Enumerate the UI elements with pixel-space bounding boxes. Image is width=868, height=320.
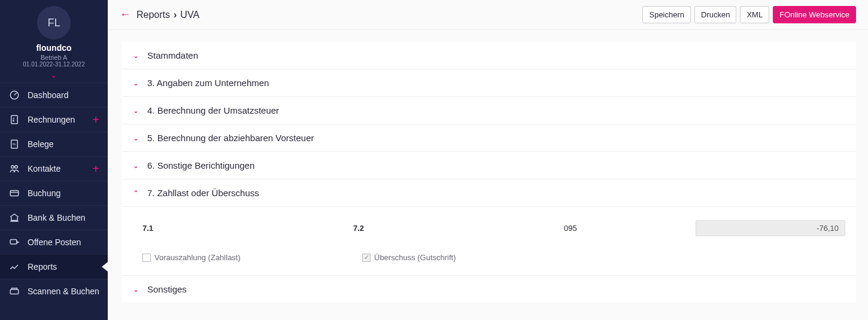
company-sub: Betrieb A	[0, 54, 108, 61]
field-value-wrap: -76,10	[696, 220, 845, 236]
profile-block: FL floundco Betrieb A 01.01.2022-31.12.2…	[0, 0, 108, 83]
chevron-down-icon[interactable]: ⌄	[50, 70, 57, 80]
open-items-icon	[8, 236, 20, 248]
sidebar-item-label: Dashboard	[28, 90, 69, 100]
svg-text:€: €	[13, 119, 15, 123]
breadcrumb-current: UVA	[180, 10, 199, 20]
svg-text:%: %	[13, 142, 16, 146]
section-title: Stammdaten	[147, 50, 198, 60]
svg-rect-9	[10, 289, 19, 294]
section-berichtigungen[interactable]: ⌄ 6. Sonstige Berichtigungen	[122, 152, 856, 179]
body-row-checks: Vorauszahlung (Zahllast) Überschuss (Gut…	[142, 253, 845, 262]
svg-rect-8	[10, 240, 17, 245]
chevron-down-icon: ⌄	[133, 161, 141, 170]
sidebar-item-belege[interactable]: % Belege	[0, 132, 108, 156]
chevron-right-icon: ›	[174, 10, 177, 20]
chevron-down-icon: ⌄	[133, 51, 141, 60]
sidebar-item-label: Buchung	[28, 188, 60, 198]
sidebar-item-label: Rechnungen	[28, 115, 75, 124]
section-zahllast-body: 7.1 7.2 095 -76,10 Vorauszahlung (Zahlla…	[122, 207, 856, 276]
back-arrow-icon[interactable]: ←	[120, 8, 130, 21]
section-title: 3. Angaben zum Unternehmen	[147, 78, 269, 88]
save-button[interactable]: Speichern	[642, 6, 691, 23]
section-title: 4. Berechnung der Umsatzsteuer	[147, 105, 279, 115]
field-code: 095	[564, 224, 672, 233]
section-sonstiges[interactable]: ⌄ Sonstiges	[122, 276, 856, 303]
nav: Dashboard € Rechnungen + % Belege Kontak…	[0, 83, 108, 303]
content: ⌄ Stammdaten ⌄ 3. Angaben zum Unternehme…	[108, 30, 868, 320]
sidebar-item-dashboard[interactable]: Dashboard	[0, 83, 108, 107]
checkbox-label: Überschuss (Gutschrift)	[374, 253, 456, 262]
chevron-down-icon: ⌄	[133, 134, 141, 142]
invoice-icon: €	[8, 114, 20, 126]
sidebar-item-label: Reports	[28, 262, 57, 272]
breadcrumb-root[interactable]: Reports	[136, 10, 170, 20]
section-unternehmen[interactable]: ⌄ 3. Angaben zum Unternehmen	[122, 69, 856, 97]
sidebar-item-kontakte[interactable]: Kontakte +	[0, 156, 108, 181]
svg-point-6	[15, 166, 18, 169]
booking-icon	[8, 187, 20, 199]
checkbox-checked-icon	[362, 254, 371, 262]
xml-button[interactable]: XML	[740, 6, 769, 23]
print-button[interactable]: Drucken	[694, 6, 736, 23]
section-stammdaten[interactable]: ⌄ Stammdaten	[122, 42, 856, 69]
label-71: 7.1	[142, 224, 329, 233]
topbar: ← Reports › UVA Speichern Drucken XML FO…	[108, 0, 868, 30]
bank-icon	[8, 212, 20, 224]
main: ← Reports › UVA Speichern Drucken XML FO…	[108, 0, 868, 320]
contacts-icon	[8, 163, 20, 175]
section-zahllast[interactable]: ⌃ 7. Zahllast oder Überschuss	[122, 179, 856, 207]
section-title: Sonstiges	[147, 284, 187, 294]
sidebar-item-scannen[interactable]: Scannen & Buchen	[0, 279, 108, 303]
label-72: 7.2	[353, 224, 540, 233]
sidebar-item-reports[interactable]: Reports	[0, 254, 108, 279]
sidebar-item-label: Scannen & Buchen	[28, 287, 99, 296]
plus-icon[interactable]: +	[92, 163, 99, 175]
sidebar-item-label: Kontakte	[28, 164, 60, 173]
body-row-values: 7.1 7.2 095 -76,10	[142, 220, 845, 236]
sidebar-item-rechnungen[interactable]: € Rechnungen +	[0, 107, 108, 132]
chevron-down-icon: ⌄	[133, 285, 141, 294]
section-title: 7. Zahllast oder Überschuss	[147, 188, 259, 198]
chevron-down-icon: ⌄	[133, 106, 141, 115]
checkbox-label: Vorauszahlung (Zahllast)	[154, 253, 241, 262]
reports-icon	[8, 261, 20, 273]
sidebar-item-label: Bank & Buchen	[28, 213, 86, 223]
fonline-webservice-button[interactable]: FOnline Webservice	[773, 6, 856, 23]
company-period: 01.01.2022-31.12.2022	[0, 61, 108, 68]
sidebar-item-bank[interactable]: Bank & Buchen	[0, 205, 108, 230]
avatar[interactable]: FL	[37, 6, 71, 39]
chevron-down-icon: ⌄	[133, 79, 141, 87]
value-095: -76,10	[696, 220, 845, 236]
sidebar-item-label: Offene Posten	[28, 237, 81, 247]
chevron-up-icon: ⌃	[133, 189, 141, 197]
gauge-icon	[8, 89, 20, 101]
topbar-actions: Speichern Drucken XML FOnline Webservice	[642, 6, 856, 23]
scanner-icon	[8, 285, 20, 297]
section-vorsteuer[interactable]: ⌄ 5. Berechnung der abziehbaren Vorsteue…	[122, 124, 856, 152]
sidebar: FL floundco Betrieb A 01.01.2022-31.12.2…	[0, 0, 108, 320]
checkbox-unchecked-icon	[142, 254, 151, 262]
section-title: 5. Berechnung der abziehbaren Vorsteuer	[147, 133, 314, 143]
receipt-icon: %	[8, 138, 20, 150]
checkbox-ueberschuss[interactable]: Überschuss (Gutschrift)	[362, 253, 558, 262]
sections-panel: ⌄ Stammdaten ⌄ 3. Angaben zum Unternehme…	[122, 42, 856, 303]
checkbox-vorauszahlung[interactable]: Vorauszahlung (Zahllast)	[142, 253, 338, 262]
svg-rect-7	[10, 191, 19, 196]
plus-icon[interactable]: +	[92, 114, 99, 126]
sidebar-item-buchung[interactable]: Buchung	[0, 181, 108, 205]
breadcrumb: Reports › UVA	[136, 10, 199, 20]
sidebar-item-label: Belege	[28, 139, 54, 149]
sidebar-item-offene-posten[interactable]: Offene Posten	[0, 230, 108, 254]
svg-point-5	[11, 166, 14, 169]
section-title: 6. Sonstige Berichtigungen	[147, 160, 254, 170]
company-name: floundco	[0, 43, 108, 53]
section-umsatzsteuer[interactable]: ⌄ 4. Berechnung der Umsatzsteuer	[122, 97, 856, 124]
